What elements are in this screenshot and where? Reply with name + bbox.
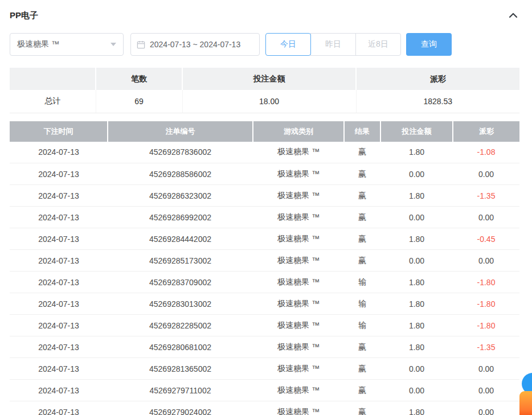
cell-bet-time: 2024-07-13 (10, 142, 108, 163)
range-yesterday-button[interactable]: 昨日 (310, 33, 356, 56)
cell-result: 输 (344, 293, 380, 315)
table-row: 2024-07-13 45269281365002 极速糖果 ™ 赢 0.00 … (10, 358, 519, 380)
cell-order-number: 45269286992002 (108, 207, 253, 228)
cell-game-type: 极速糖果 ™ (253, 207, 344, 228)
cell-payout: 0.00 (453, 250, 519, 272)
customer-service-widget[interactable] (506, 374, 532, 415)
cell-payout: -1.80 (453, 293, 519, 315)
cell-result: 赢 (344, 358, 380, 380)
summary-total-row: 总计 69 18.00 1828.53 (10, 90, 519, 113)
cell-bet-amount: 1.80 (380, 185, 453, 207)
cell-game-type: 极速糖果 ™ (253, 163, 344, 185)
cell-result: 赢 (344, 163, 380, 185)
cell-order-number: 45269287836002 (108, 142, 253, 163)
cell-bet-time: 2024-07-13 (10, 163, 108, 185)
table-row: 2024-07-13 45269287836002 极速糖果 ™ 赢 1.80 … (10, 142, 519, 163)
cell-order-number: 45269286323002 (108, 185, 253, 207)
cell-bet-amount: 1.80 (380, 401, 453, 415)
quick-range-group: 今日 昨日 近8日 (265, 33, 401, 56)
summary-table: 笔数 投注金额 派彩 总计 69 18.00 1828.53 (10, 68, 519, 113)
cell-game-type: 极速糖果 ™ (253, 358, 344, 380)
cell-order-number: 45269281365002 (108, 358, 253, 380)
header-order-number: 注单编号 (108, 121, 253, 142)
cell-game-type: 极速糖果 ™ (253, 142, 344, 163)
cell-payout: -1.35 (453, 336, 519, 358)
cell-bet-amount: 1.80 (380, 272, 453, 293)
cell-order-number: 45269285173002 (108, 250, 253, 272)
cell-result: 赢 (344, 380, 380, 401)
cell-payout: 0.00 (453, 163, 519, 185)
cell-bet-time: 2024-07-13 (10, 228, 108, 250)
table-row: 2024-07-13 45269284442002 极速糖果 ™ 赢 1.80 … (10, 228, 519, 250)
table-row: 2024-07-13 45269288586002 极速糖果 ™ 赢 0.00 … (10, 163, 519, 185)
cell-game-type: 极速糖果 ™ (253, 250, 344, 272)
cell-bet-time: 2024-07-13 (10, 207, 108, 228)
summary-header-bet-amount: 投注金额 (182, 68, 356, 90)
date-range-input[interactable]: 2024-07-13 ~ 2024-07-13 (130, 33, 260, 56)
cell-bet-time: 2024-07-13 (10, 358, 108, 380)
collapse-button[interactable] (507, 10, 519, 21)
table-row: 2024-07-13 45269283013002 极速糖果 ™ 输 1.80 … (10, 293, 519, 315)
header-game-type: 游戏类别 (253, 121, 344, 142)
cell-game-type: 极速糖果 ™ (253, 185, 344, 207)
summary-header-blank (10, 68, 96, 90)
table-row: 2024-07-13 45269280681002 极速糖果 ™ 赢 1.80 … (10, 336, 519, 358)
cell-bet-time: 2024-07-13 (10, 293, 108, 315)
cell-game-type: 极速糖果 ™ (253, 293, 344, 315)
cell-bet-time: 2024-07-13 (10, 401, 108, 415)
range-last8days-button[interactable]: 近8日 (355, 33, 401, 56)
table-row: 2024-07-13 45269283709002 极速糖果 ™ 输 1.80 … (10, 272, 519, 293)
cell-bet-time: 2024-07-13 (10, 336, 108, 358)
cell-bet-time: 2024-07-13 (10, 250, 108, 272)
cell-order-number: 45269279024002 (108, 401, 253, 415)
date-range-value: 2024-07-13 ~ 2024-07-13 (150, 40, 240, 49)
cell-result: 赢 (344, 401, 380, 415)
summary-total-bet-amount: 18.00 (182, 90, 356, 113)
cell-game-type: 极速糖果 ™ (253, 315, 344, 336)
cell-result: 赢 (344, 185, 380, 207)
game-select-value: 极速糖果 ™ (17, 39, 59, 50)
cell-order-number: 45269282285002 (108, 315, 253, 336)
cell-result: 赢 (344, 142, 380, 163)
cell-order-number: 45269283013002 (108, 293, 253, 315)
summary-header-row: 笔数 投注金额 派彩 (10, 68, 519, 90)
cell-result: 赢 (344, 228, 380, 250)
summary-header-payout: 派彩 (356, 68, 519, 90)
cell-payout: 0.00 (453, 207, 519, 228)
cell-bet-amount: 0.00 (380, 358, 453, 380)
cell-result: 赢 (344, 250, 380, 272)
cell-payout: -1.80 (453, 272, 519, 293)
cell-payout: -1.80 (453, 315, 519, 336)
cell-game-type: 极速糖果 ™ (253, 401, 344, 415)
summary-total-payout: 1828.53 (356, 90, 519, 113)
cell-bet-amount: 1.80 (380, 142, 453, 163)
cell-game-type: 极速糖果 ™ (253, 272, 344, 293)
cell-bet-amount: 1.80 (380, 336, 453, 358)
cell-bet-amount: 0.00 (380, 207, 453, 228)
bet-table-header-row: 下注时间 注单编号 游戏类别 结果 投注金额 派彩 (10, 121, 519, 142)
table-row: 2024-07-13 45269285173002 极速糖果 ™ 赢 0.00 … (10, 250, 519, 272)
page-title: PP电子 (10, 10, 38, 21)
cell-payout: -0.45 (453, 228, 519, 250)
cell-bet-amount: 1.80 (380, 315, 453, 336)
chevron-up-icon (508, 11, 518, 20)
cell-result: 输 (344, 272, 380, 293)
cell-bet-amount: 0.00 (380, 250, 453, 272)
cell-bet-time: 2024-07-13 (10, 272, 108, 293)
summary-total-count: 69 (96, 90, 182, 113)
cell-order-number: 45269284442002 (108, 228, 253, 250)
customer-service-icon (519, 391, 532, 415)
table-row: 2024-07-13 45269286323002 极速糖果 ™ 赢 1.80 … (10, 185, 519, 207)
bet-table: 下注时间 注单编号 游戏类别 结果 投注金额 派彩 2024-07-13 452… (10, 121, 519, 415)
range-today-button[interactable]: 今日 (265, 33, 311, 56)
cell-game-type: 极速糖果 ™ (253, 228, 344, 250)
query-button[interactable]: 查询 (406, 33, 452, 56)
cell-order-number: 45269288586002 (108, 163, 253, 185)
table-row: 2024-07-13 45269282285002 极速糖果 ™ 输 1.80 … (10, 315, 519, 336)
cell-order-number: 45269283709002 (108, 272, 253, 293)
header-bet-amount: 投注金额 (380, 121, 453, 142)
summary-header-count: 笔数 (96, 68, 182, 90)
cell-bet-amount: 0.00 (380, 163, 453, 185)
game-select[interactable]: 极速糖果 ™ (10, 33, 124, 56)
cell-payout: -1.35 (453, 185, 519, 207)
